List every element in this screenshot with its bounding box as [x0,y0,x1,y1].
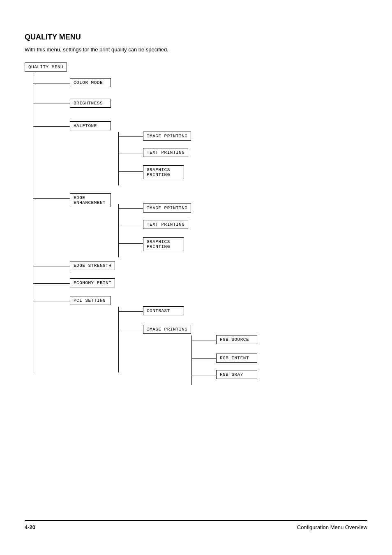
node-halftone: HALFTONE [70,121,111,130]
node-halftone-image: IMAGE PRINTING [143,132,191,141]
node-contrast: CONTRAST [143,306,184,315]
footer: 4-20 Configuration Menu Overview [25,520,367,530]
node-economy-print: ECONOMY PRINT [70,278,115,287]
node-rgb-gray: RGB GRAY [216,370,257,379]
node-edge-image: IMAGE PRINTING [143,204,191,213]
node-halftone-graphics: GRAPHICS PRINTING [143,165,184,179]
node-quality-menu: QUALITY MENU [25,62,67,72]
node-edge-enhancement: EDGE ENHANCEMENT [70,193,111,207]
page-title: QUALITY MENU [25,33,367,42]
footer-title: Configuration Menu Overview [297,524,367,530]
node-color-mode: COLOR MODE [70,78,111,87]
node-rgb-source: RGB SOURCE [216,335,257,344]
node-rgb-intent: RGB INTENT [216,354,257,363]
footer-page: 4-20 [25,524,35,530]
node-halftone-text: TEXT PRINTING [143,148,188,157]
tree-diagram: QUALITY MENU COLOR MODE BRIGHTNESS HALFT… [25,62,312,400]
node-edge-text: TEXT PRINTING [143,220,188,229]
node-pcl-setting: PCL SETTING [70,296,111,305]
node-image-printing: IMAGE PRINTING [143,325,191,334]
node-brightness: BRIGHTNESS [70,99,111,108]
node-edge-graphics: GRAPHICS PRINTING [143,237,184,251]
node-edge-strength: EDGE STRENGTH [70,261,115,270]
page-description: With this menu, settings for the print q… [25,46,367,53]
